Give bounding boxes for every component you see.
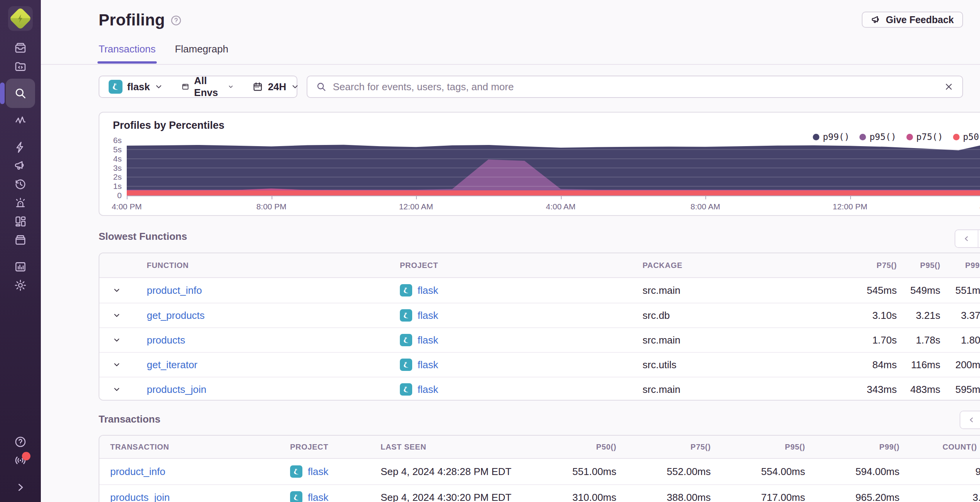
column-header-p50[interactable]: P50()	[525, 443, 619, 451]
sidebar-item-quick-start[interactable]	[6, 138, 35, 157]
p75-value: 545ms	[862, 285, 904, 296]
prev-page-button[interactable]	[960, 411, 980, 428]
page-help-icon[interactable]	[170, 15, 182, 26]
sidebar-item-traces[interactable]	[6, 111, 35, 130]
project-filter-dropdown[interactable]: flask	[99, 76, 172, 97]
slowest-functions-pagination	[955, 229, 980, 248]
history-clock-icon	[14, 178, 27, 191]
org-logo-icon	[9, 7, 32, 30]
transactions-table: TRANSACTION PROJECT LAST SEEN P50() P75(…	[99, 435, 980, 502]
flask-platform-icon	[400, 383, 412, 396]
traces-icon	[14, 114, 27, 127]
expand-row-button[interactable]	[99, 286, 134, 295]
p95-value: 717.00ms	[714, 492, 808, 502]
p75-value: 84ms	[862, 359, 904, 371]
project-link[interactable]: flask	[418, 334, 438, 346]
environment-filter-dropdown[interactable]: All Envs	[172, 76, 243, 97]
project-link[interactable]: flask	[308, 492, 328, 502]
sidebar-item-alerts[interactable]	[6, 194, 35, 212]
expand-row-button[interactable]	[99, 336, 134, 344]
sidebar-item-issues[interactable]	[6, 39, 35, 57]
project-link[interactable]: flask	[418, 310, 438, 322]
prev-page-button[interactable]	[955, 230, 978, 247]
expand-row-button[interactable]	[99, 360, 134, 369]
flask-platform-icon	[400, 284, 412, 296]
p75-value: 3.10s	[862, 310, 904, 322]
slowest-functions-heading: Slowest Functions	[99, 231, 187, 243]
y-tick-label: 5s	[113, 145, 122, 154]
chart-plot-area[interactable]	[127, 140, 980, 195]
project-link[interactable]: flask	[418, 285, 438, 296]
table-row: product_infoflasksrc.main545ms549ms551ms	[99, 278, 980, 303]
flask-platform-icon	[400, 334, 412, 346]
project-filter-value: flask	[127, 81, 150, 93]
y-tick-label: 4s	[113, 154, 122, 163]
x-tick-mark	[127, 195, 128, 199]
legend-dot	[906, 134, 913, 140]
expand-row-button[interactable]	[99, 385, 134, 394]
gear-icon	[14, 279, 27, 292]
p95-value: 1.78s	[904, 334, 949, 346]
transaction-link[interactable]: product_info	[110, 466, 165, 478]
column-header-package[interactable]: PACKAGE	[643, 261, 862, 270]
function-link[interactable]: products_join	[147, 384, 206, 396]
sidebar-item-replays[interactable]	[6, 175, 35, 194]
p95-value: 3.21s	[904, 310, 949, 322]
project-link[interactable]: flask	[418, 359, 438, 371]
column-header-function[interactable]: FUNCTION	[134, 261, 400, 270]
function-link[interactable]: product_info	[147, 285, 202, 296]
give-feedback-button[interactable]: Give Feedback	[862, 12, 963, 28]
project-link[interactable]: flask	[308, 466, 328, 478]
profiling-page: Profiling Give Feedback Transactions Fla…	[0, 0, 980, 502]
column-header-p95[interactable]: P95()	[904, 261, 949, 270]
date-range-dropdown[interactable]: 24H	[243, 76, 309, 97]
x-tick-mark	[850, 195, 851, 199]
column-header-count[interactable]: COUNT()	[903, 443, 980, 451]
clear-search-icon[interactable]	[944, 82, 954, 92]
column-header-project[interactable]: PROJECT	[400, 261, 643, 270]
search-input[interactable]	[333, 81, 938, 93]
column-header-p75[interactable]: P75()	[862, 261, 904, 270]
tab-flamegraph[interactable]: Flamegraph	[175, 43, 228, 64]
sidebar-item-feedback[interactable]	[6, 157, 35, 175]
function-link[interactable]: get_products	[147, 310, 205, 322]
x-tick-mark	[272, 195, 272, 199]
next-page-button[interactable]	[978, 230, 980, 247]
expand-row-button[interactable]	[99, 311, 134, 320]
function-link[interactable]: products	[147, 334, 185, 346]
dashboards-icon	[14, 215, 27, 228]
projects-folder-icon	[14, 60, 27, 73]
sidebar-item-releases[interactable]	[6, 231, 35, 249]
p95-value: 554.00ms	[714, 466, 808, 478]
y-tick-label: 0	[117, 191, 122, 200]
transaction-link[interactable]: products_join	[110, 492, 170, 502]
function-link[interactable]: get_iterator	[147, 359, 198, 371]
sidebar-item-dashboards[interactable]	[6, 212, 35, 231]
column-header-project[interactable]: PROJECT	[290, 443, 381, 451]
p95-value: 483ms	[904, 384, 949, 396]
sidebar-item-help[interactable]	[6, 433, 35, 451]
sidebar-item-explore[interactable]	[6, 79, 35, 108]
x-tick-label: 4:00 AM	[546, 202, 576, 211]
active-tab-underline	[97, 61, 157, 64]
sidebar-collapse-button[interactable]	[6, 478, 35, 497]
column-header-transaction[interactable]: TRANSACTION	[99, 443, 290, 451]
column-header-p99[interactable]: P99()	[949, 261, 980, 270]
sidebar-item-service-updates[interactable]	[6, 451, 35, 470]
notification-dot	[22, 452, 30, 460]
legend-dot	[953, 134, 960, 140]
sidebar-item-settings[interactable]	[6, 276, 35, 295]
sidebar-item-projects[interactable]	[6, 57, 35, 76]
org-switcher[interactable]	[8, 6, 33, 31]
column-header-p95[interactable]: P95()	[714, 443, 808, 451]
p95-value: 116ms	[904, 359, 949, 371]
column-header-p99[interactable]: P99()	[808, 443, 903, 451]
flask-platform-icon	[400, 309, 412, 322]
sidebar-item-stats[interactable]	[6, 258, 35, 276]
tab-transactions[interactable]: Transactions	[99, 43, 156, 64]
column-header-p75[interactable]: P75()	[619, 443, 714, 451]
column-header-last-seen[interactable]: LAST SEEN	[381, 443, 525, 451]
legend-dot	[813, 134, 819, 140]
x-tick-label: 8:00 AM	[690, 202, 720, 211]
project-link[interactable]: flask	[418, 384, 438, 396]
